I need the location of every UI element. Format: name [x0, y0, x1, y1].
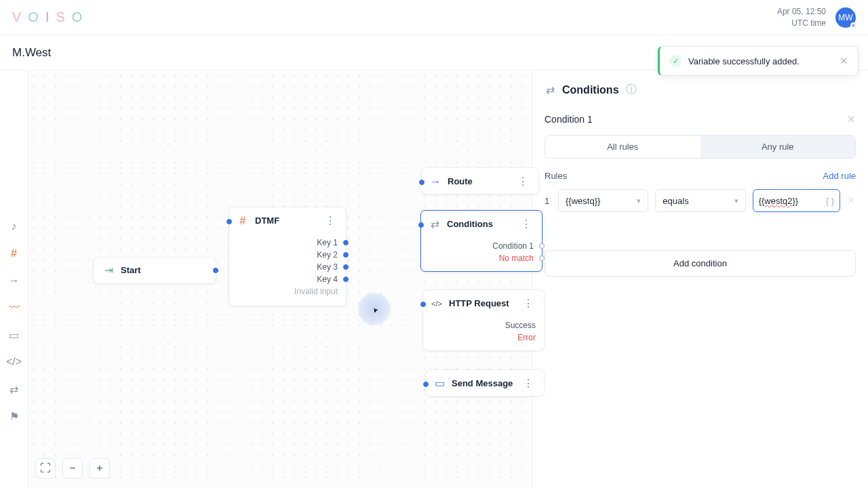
chevron-down-icon: ▾	[637, 197, 641, 205]
more-icon[interactable]: ⋮	[521, 377, 536, 390]
node-dtmf[interactable]: # DTMF ⋮ Key 1 Key 2 Key 3 Key 4 Invalid…	[229, 207, 346, 306]
close-icon[interactable]: ✕	[847, 113, 856, 125]
flow-title: M.West	[12, 46, 51, 60]
port-in[interactable]	[420, 302, 426, 307]
node-row: Key 4	[229, 273, 346, 285]
port-in[interactable]	[423, 382, 429, 387]
port-out[interactable]	[343, 252, 349, 258]
add-condition-button[interactable]: Add condition	[545, 250, 856, 277]
node-row: No match	[421, 252, 542, 264]
chevron-down-icon: ▾	[734, 197, 738, 205]
close-icon[interactable]: ✕	[840, 55, 848, 67]
branch-icon[interactable]: ⇄	[7, 382, 21, 396]
conditions-panel: ⇄ Conditions ⓘ Condition 1 ✕ All rules A…	[532, 70, 868, 488]
port-in[interactable]	[419, 180, 425, 185]
condition-name: Condition 1	[545, 114, 593, 125]
time-info: Apr 05, 12:50 UTC time	[777, 6, 826, 29]
port-in[interactable]	[226, 219, 232, 224]
node-toolbar: ♪ # → 〰 ▭ </> ⇄ ⚑	[0, 70, 28, 488]
code-icon: </>	[431, 298, 442, 309]
rule-operator-select[interactable]: equals ▾	[655, 189, 745, 212]
rule-row: 1 {{westq}} ▾ equals ▾ {{westq2}} { } ✕	[545, 189, 856, 212]
start-icon: ⇥	[103, 264, 114, 275]
panel-title: Conditions	[562, 84, 619, 96]
port-out[interactable]	[539, 243, 545, 249]
node-start[interactable]: ⇥ Start	[94, 258, 216, 283]
music-icon[interactable]: ♪	[7, 220, 21, 233]
rule-number: 1	[545, 196, 551, 206]
avatar[interactable]: MW	[835, 7, 856, 28]
flow-canvas[interactable]: ⛶ − + ⇥ Start # DTMF ⋮ Key 1 Key 2 Key 3	[28, 70, 532, 488]
arrow-icon: →	[430, 176, 441, 187]
more-icon[interactable]: ⋮	[323, 214, 338, 227]
fullscreen-button[interactable]: ⛶	[35, 458, 56, 479]
node-row: Key 1	[229, 237, 346, 249]
port-out[interactable]	[213, 268, 218, 273]
port-in[interactable]	[418, 222, 424, 228]
rules-mode-toggle: All rules Any rule	[545, 135, 856, 159]
node-row: Invalid input	[229, 285, 346, 298]
port-out[interactable]	[343, 277, 349, 282]
arrow-icon[interactable]: →	[7, 274, 21, 287]
rule-variable-select[interactable]: {{westq}} ▾	[558, 189, 648, 212]
branch-icon: ⇄	[545, 85, 555, 96]
close-icon[interactable]: ✕	[847, 195, 856, 207]
signal-icon[interactable]: 〰	[7, 301, 21, 314]
toast-success: ✓ Variable successfully added. ✕	[658, 46, 859, 76]
more-icon[interactable]: ⋮	[521, 297, 536, 310]
branch-icon: ⇄	[429, 219, 440, 230]
chat-icon: ▭	[434, 378, 445, 389]
tz-label: UTC time	[777, 18, 826, 29]
node-row: Condition 1	[421, 240, 542, 252]
connections	[28, 70, 232, 172]
tab-any-rule[interactable]: Any rule	[701, 136, 856, 158]
info-icon[interactable]: ⓘ	[626, 83, 637, 97]
more-icon[interactable]: ⋮	[519, 218, 534, 230]
node-row: Success	[423, 319, 544, 331]
top-header: VOISO Apr 05, 12:50 UTC time MW	[0, 0, 868, 35]
port-out[interactable]	[343, 240, 349, 245]
code-icon[interactable]: </>	[7, 355, 21, 369]
zoom-out-button[interactable]: −	[62, 458, 83, 479]
status-dot	[850, 22, 856, 28]
cursor-highlight	[358, 293, 391, 325]
chat-icon[interactable]: ▭	[7, 328, 21, 342]
hash-icon: #	[237, 216, 248, 226]
port-out[interactable]	[343, 264, 349, 270]
node-send-message[interactable]: ▭ Send Message ⋮	[426, 370, 544, 396]
toast-message: Variable successfully added.	[688, 56, 833, 66]
node-http[interactable]: </> HTTP Request ⋮ Success Error	[423, 290, 544, 350]
date-label: Apr 05, 12:50	[777, 6, 826, 18]
rule-value-input[interactable]: {{westq2}} { }	[753, 189, 840, 212]
node-row: Key 3	[229, 261, 346, 273]
zoom-controls: ⛶ − +	[35, 458, 110, 479]
hash-icon[interactable]: #	[7, 247, 21, 260]
more-icon[interactable]: ⋮	[515, 175, 530, 188]
rules-label: Rules	[545, 171, 567, 181]
zoom-in-button[interactable]: +	[90, 458, 110, 479]
add-rule-button[interactable]: Add rule	[823, 171, 856, 181]
logo: VOISO	[12, 9, 86, 25]
node-row: Key 2	[229, 249, 346, 261]
node-conditions[interactable]: ⇄ Conditions ⋮ Condition 1 No match	[420, 210, 542, 272]
port-out[interactable]	[539, 256, 545, 261]
check-icon: ✓	[669, 55, 682, 67]
node-route[interactable]: → Route ⋮	[422, 168, 538, 194]
node-row: Error	[423, 331, 544, 344]
tab-all-rules[interactable]: All rules	[545, 136, 701, 158]
flag-icon[interactable]: ⚑	[7, 409, 21, 423]
braces-icon[interactable]: { }	[826, 196, 834, 206]
